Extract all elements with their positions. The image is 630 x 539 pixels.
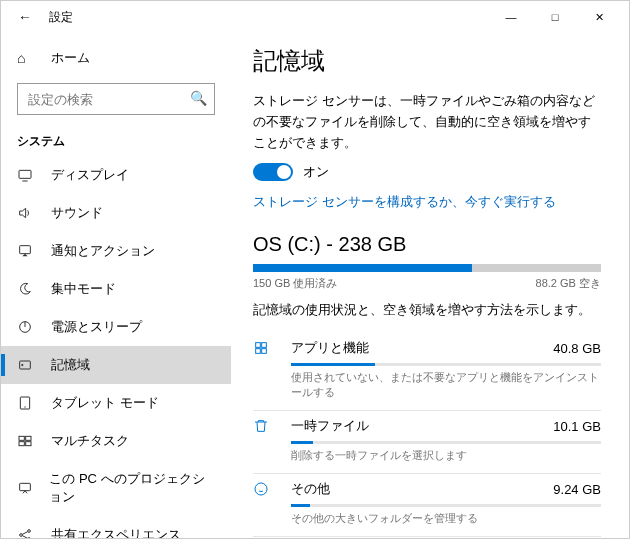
sidebar-item-storage[interactable]: 記憶域 xyxy=(1,346,231,384)
focus-icon xyxy=(17,281,37,297)
drive-free-label: 88.2 GB 空き xyxy=(536,276,601,291)
share-icon xyxy=(17,527,37,538)
svg-rect-11 xyxy=(26,436,31,440)
category-bar xyxy=(291,441,601,444)
main-panel: 記憶域 ストレージ センサーは、一時ファイルやごみ箱の内容などの不要なファイルを… xyxy=(231,33,629,538)
nav-label: マルチタスク xyxy=(51,432,129,450)
toggle-label: オン xyxy=(303,163,329,181)
titlebar: ← 設定 ― □ ✕ xyxy=(1,1,629,33)
display-icon xyxy=(17,167,37,183)
back-button[interactable]: ← xyxy=(9,9,41,25)
svg-rect-3 xyxy=(20,246,31,254)
category-item[interactable]: アプリと機能40.8 GB使用されていない、または不要なアプリと機能をアンインス… xyxy=(253,333,601,411)
svg-rect-24 xyxy=(256,349,261,354)
power-icon xyxy=(17,319,37,335)
category-name: 一時ファイル xyxy=(291,417,553,435)
category-sub: 削除する一時ファイルを選択します xyxy=(291,448,601,463)
svg-line-18 xyxy=(22,532,27,535)
category-size: 10.1 GB xyxy=(553,419,601,434)
section-label: システム xyxy=(1,123,231,156)
sidebar-item-multitask[interactable]: マルチタスク xyxy=(1,422,231,460)
sidebar-item-power[interactable]: 電源とスリープ xyxy=(1,308,231,346)
category-size: 9.24 GB xyxy=(553,482,601,497)
home-label: ホーム xyxy=(51,49,90,67)
nav-label: 共有エクスペリエンス xyxy=(51,526,181,538)
projection-icon xyxy=(17,480,35,496)
svg-marker-2 xyxy=(20,208,26,217)
svg-point-7 xyxy=(22,364,23,365)
category-icon xyxy=(253,418,277,434)
page-title: 記憶域 xyxy=(253,45,601,77)
sidebar-item-focus[interactable]: 集中モード xyxy=(1,270,231,308)
sidebar: ⌂ ホーム 🔍 システム ディスプレイ サウンド 通知とアクション 集中モード … xyxy=(1,33,231,538)
nav-label: サウンド xyxy=(51,204,103,222)
category-bar xyxy=(291,504,601,507)
sound-icon xyxy=(17,205,37,221)
storage-sense-desc: ストレージ センサーは、一時ファイルやごみ箱の内容などの不要なファイルを削除して… xyxy=(253,91,601,153)
search-input[interactable] xyxy=(17,83,215,115)
notification-icon xyxy=(17,243,37,259)
multitask-icon xyxy=(17,433,37,449)
category-icon xyxy=(253,340,277,356)
svg-point-15 xyxy=(20,534,23,537)
drive-usage-bar xyxy=(253,264,601,272)
sidebar-item-display[interactable]: ディスプレイ xyxy=(1,156,231,194)
category-name: アプリと機能 xyxy=(291,339,553,357)
sidebar-item-tablet[interactable]: タブレット モード xyxy=(1,384,231,422)
home-nav[interactable]: ⌂ ホーム xyxy=(1,41,231,75)
svg-rect-14 xyxy=(20,483,31,490)
nav-label: 電源とスリープ xyxy=(51,318,142,336)
sidebar-item-shared[interactable]: 共有エクスペリエンス xyxy=(1,516,231,538)
category-icon xyxy=(253,481,277,497)
category-name: その他 xyxy=(291,480,553,498)
search-icon: 🔍 xyxy=(190,90,207,106)
maximize-button[interactable]: □ xyxy=(533,1,577,33)
nav-label: 記憶域 xyxy=(51,356,90,374)
nav-label: この PC へのプロジェクション xyxy=(49,470,215,506)
tablet-icon xyxy=(17,395,37,411)
drive-title: OS (C:) - 238 GB xyxy=(253,233,601,256)
svg-rect-25 xyxy=(262,349,267,354)
svg-point-16 xyxy=(28,530,31,533)
configure-link[interactable]: ストレージ センサーを構成するか、今すぐ実行する xyxy=(253,193,601,211)
svg-point-26 xyxy=(255,483,267,495)
minimize-button[interactable]: ― xyxy=(489,1,533,33)
category-bar xyxy=(291,363,601,366)
svg-line-19 xyxy=(22,536,27,538)
category-sub: 使用されていない、または不要なアプリと機能をアンインストールする xyxy=(291,370,601,400)
category-item[interactable]: デスクトップ4.52 GBデスクトップ フォルダーを管理する xyxy=(253,537,601,538)
category-item[interactable]: 一時ファイル10.1 GB削除する一時ファイルを選択します xyxy=(253,411,601,474)
home-icon: ⌂ xyxy=(17,50,37,66)
nav-label: 集中モード xyxy=(51,280,116,298)
svg-rect-22 xyxy=(256,343,261,348)
storage-sense-toggle[interactable] xyxy=(253,163,293,181)
svg-rect-0 xyxy=(19,170,31,178)
svg-rect-23 xyxy=(262,343,267,348)
sidebar-item-projection[interactable]: この PC へのプロジェクション xyxy=(1,460,231,516)
search-box[interactable]: 🔍 xyxy=(17,83,215,115)
nav-label: ディスプレイ xyxy=(51,166,129,184)
drive-used-label: 150 GB 使用済み xyxy=(253,276,337,291)
storage-icon xyxy=(17,357,37,373)
sidebar-item-sound[interactable]: サウンド xyxy=(1,194,231,232)
svg-rect-13 xyxy=(26,442,31,446)
category-item[interactable]: その他9.24 GBその他の大きいフォルダーを管理する xyxy=(253,474,601,537)
category-size: 40.8 GB xyxy=(553,341,601,356)
svg-rect-12 xyxy=(19,442,24,446)
category-sub: その他の大きいフォルダーを管理する xyxy=(291,511,601,526)
nav-label: タブレット モード xyxy=(51,394,159,412)
drive-desc: 記憶域の使用状況と、空き領域を増やす方法を示します。 xyxy=(253,301,601,319)
nav-label: 通知とアクション xyxy=(51,242,155,260)
sidebar-item-notifications[interactable]: 通知とアクション xyxy=(1,232,231,270)
window-title: 設定 xyxy=(49,9,73,26)
close-button[interactable]: ✕ xyxy=(577,1,621,33)
svg-rect-10 xyxy=(19,436,24,440)
